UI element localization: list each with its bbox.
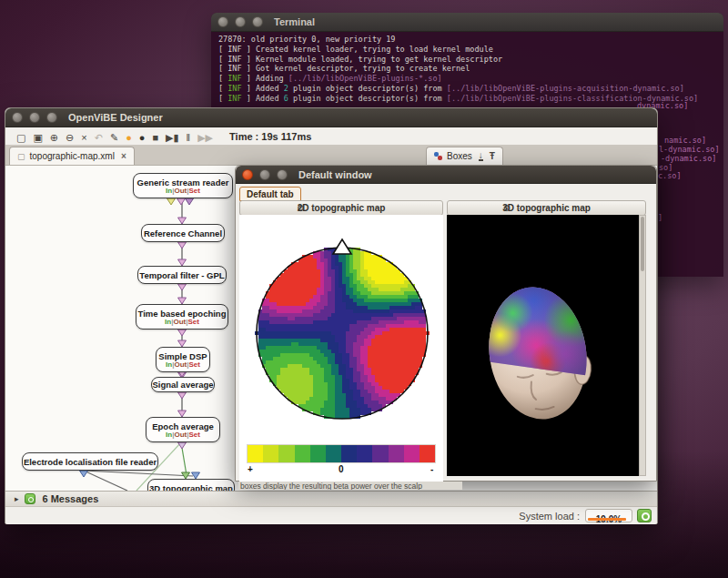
scale-swatch: [248, 445, 263, 462]
terminal-titlebar[interactable]: Terminal: [211, 13, 723, 32]
pause-icon[interactable]: ‖: [187, 132, 191, 143]
designer-title: OpenViBE Designer: [68, 112, 163, 123]
panel-header-3d[interactable]: ⚙ 3D topographic map: [447, 200, 646, 216]
zoom-in-icon[interactable]: ⊕: [50, 132, 58, 143]
port-triangle: [178, 392, 187, 399]
default-window-close-button[interactable]: [242, 169, 253, 180]
panel-3d-scrollbar[interactable]: [639, 215, 646, 476]
port-triangle: [178, 442, 187, 449]
terminal-close-button[interactable]: [217, 16, 228, 27]
flow-box-label: 3D topographic map: [149, 483, 233, 492]
time-label: Time : 19s 117ms: [229, 131, 311, 142]
system-load-button[interactable]: [637, 509, 652, 522]
flow-box-electrode-localisation-file-reader[interactable]: Electrode localisation file reader: [22, 452, 158, 471]
port-triangle: [186, 198, 194, 205]
flow-box-label: Electrode localisation file reader: [24, 457, 157, 467]
comment-icon[interactable]: ●: [139, 132, 146, 143]
scale-swatch: [310, 445, 326, 462]
terminal-line: [ INF ] Created kernel loader, trying to…: [218, 45, 723, 55]
scale-swatch: [357, 445, 372, 462]
flow-box-epoch-average[interactable]: Epoch averageIn|Out|Set: [146, 417, 220, 442]
terminal-line-fragment: namic.so]: [664, 136, 706, 145]
scale-swatch: [341, 445, 357, 462]
port-triangle: [178, 298, 187, 304]
port-triangle: [177, 198, 186, 205]
flow-box-label: Temporal filter - GPL: [139, 270, 224, 280]
topographic-map-2d-panel: + 0 -: [239, 215, 443, 482]
flow-box-3d-topographic-map[interactable]: 3D topographic map: [147, 479, 235, 491]
scale-swatch: [389, 445, 404, 462]
tab-boxes[interactable]: Boxes ↓ Ŧ: [426, 147, 503, 165]
notes-icon[interactable]: ●: [126, 132, 132, 143]
messages-bar[interactable]: ▸ 6 Messages: [5, 491, 657, 506]
port-triangle: [178, 330, 187, 336]
designer-close-button[interactable]: [12, 112, 23, 123]
default-window-maximize-button[interactable]: [277, 169, 288, 180]
terminal-line: 27870: old priority 0, new priority 19: [218, 35, 723, 45]
terminal-title: Terminal: [274, 16, 315, 27]
system-load-fill: [588, 518, 626, 521]
terminal-line: [ INF ] Adding [../lib/libOpenViBE-plugi…: [218, 74, 723, 84]
scale-swatch: [420, 445, 435, 462]
tab-default[interactable]: Default tab: [239, 187, 301, 201]
pin-icon[interactable]: Ŧ: [490, 151, 495, 161]
terminal-line: [ INF ] Kernel module loaded, trying to …: [218, 55, 723, 65]
gear-icon[interactable]: ⚙: [503, 203, 511, 213]
flow-box-signal-average[interactable]: Signal average: [151, 377, 215, 392]
panel-header-2d[interactable]: ⚙ 2D topographic map: [239, 200, 443, 216]
default-window-minimize-button[interactable]: [259, 169, 270, 180]
scale-swatch: [404, 445, 420, 462]
gear-icon[interactable]: ⚙: [297, 203, 305, 213]
terminal-line-fragment: c.so]: [658, 171, 682, 180]
boxes-tab-label: Boxes: [447, 151, 472, 161]
topographic-map-2d: [251, 233, 433, 426]
scenario-tab-close-icon[interactable]: ×: [121, 151, 126, 161]
flow-box-ports: In|Out|Set: [166, 431, 200, 439]
stop-icon[interactable]: ■: [152, 132, 158, 143]
terminal-output: 27870: old priority 0, new priority 19[ …: [211, 32, 723, 103]
port-triangle: [178, 284, 187, 290]
designer-minimize-button[interactable]: [29, 112, 40, 123]
scale-plus-label: +: [248, 464, 253, 474]
panel-3d-title: 3D topographic map: [448, 203, 645, 213]
terminal-line-fragment: l-dynamic.so]: [659, 145, 720, 154]
download-icon[interactable]: ↓: [479, 152, 483, 161]
scale-zero-label: 0: [339, 464, 344, 474]
step-icon[interactable]: ▶▮: [166, 132, 179, 143]
system-load-label: System load :: [519, 511, 580, 522]
designer-toolbar: ▢▣⊕⊖×↶✎●●■▶▮‖▶▶ Time : 19s 117ms: [5, 127, 657, 146]
flow-box-label: Signal average: [152, 380, 213, 390]
flow-box-simple-dsp[interactable]: Simple DSPIn|Out|Set: [156, 347, 210, 372]
topographic-map-3d: [447, 215, 639, 476]
undo-icon[interactable]: ↶: [95, 132, 103, 143]
rename-icon[interactable]: ✎: [110, 132, 118, 143]
duplicate-scenario-icon[interactable]: ▣: [33, 132, 42, 143]
messages-count: 6 Messages: [43, 493, 99, 504]
flow-box-ports: In|Out|Set: [165, 319, 199, 326]
tab-strip: ▢ topographic-map.xml × Boxes ↓ Ŧ: [5, 146, 657, 166]
port-triangle: [80, 471, 88, 477]
scale-swatch: [295, 445, 310, 462]
tab-scenario[interactable]: ▢ topographic-map.xml ×: [9, 147, 135, 165]
flow-box-temporal-filter-gpl[interactable]: Temporal filter - GPL: [137, 266, 227, 284]
expander-icon[interactable]: ▸: [15, 494, 19, 503]
terminal-line: [ INF ] Got kernel descriptor, trying to…: [218, 64, 723, 74]
flow-box-time-based-epoching[interactable]: Time based epochingIn|Out|Set: [136, 304, 228, 330]
default-window-titlebar[interactable]: Default window: [236, 166, 656, 184]
new-scenario-icon[interactable]: ▢: [16, 132, 25, 143]
terminal-maximize-button[interactable]: [252, 16, 263, 27]
zoom-out-icon[interactable]: ⊖: [66, 132, 74, 143]
flow-box-ports: In|Out|Set: [166, 361, 200, 369]
boxes-icon: [434, 152, 443, 161]
designer-maximize-button[interactable]: [46, 112, 57, 123]
fast-forward-icon[interactable]: ▶▶: [197, 132, 213, 143]
flow-box-reference-channel[interactable]: Reference Channel: [141, 224, 225, 242]
scale-swatch: [278, 445, 294, 462]
flow-box-generic-stream-reader[interactable]: Generic stream readerIn|Out|Set: [133, 173, 233, 198]
designer-titlebar[interactable]: OpenViBE Designer: [5, 108, 657, 127]
caption-text: boxes display the resulting beta power o…: [238, 482, 462, 490]
messages-icon: [25, 493, 35, 504]
terminal-minimize-button[interactable]: [235, 16, 246, 27]
port-triangle: [178, 340, 187, 347]
close-scenario-icon[interactable]: ×: [81, 132, 86, 143]
